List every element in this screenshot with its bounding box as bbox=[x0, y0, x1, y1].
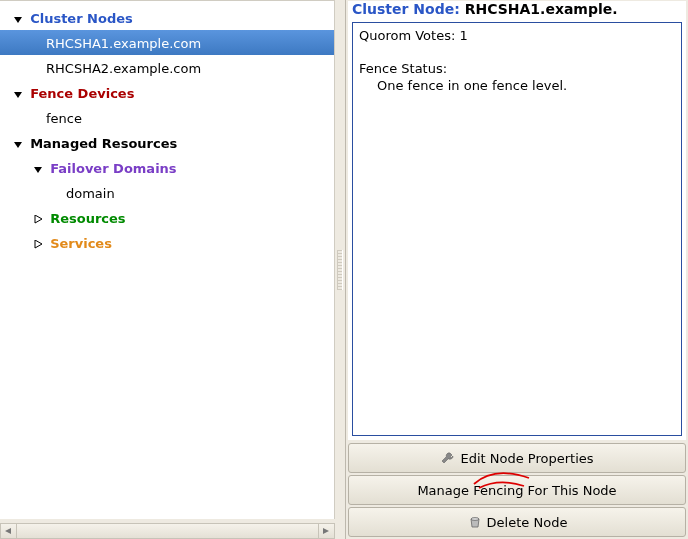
expand-icon[interactable] bbox=[10, 131, 26, 156]
scroll-track[interactable] bbox=[17, 524, 318, 538]
tree-failover-domains[interactable]: Failover Domains bbox=[0, 155, 334, 180]
detail-header-value: RHCSHA1.example. bbox=[465, 1, 618, 17]
detail-info-box: Quorom Votes: 1 Fence Status: One fence … bbox=[352, 22, 682, 436]
tree-label: Cluster Nodes bbox=[30, 11, 133, 26]
tree-item-label: fence bbox=[46, 111, 82, 126]
detail-header: Cluster Node: RHCSHA1.example. bbox=[348, 1, 686, 22]
cluster-tree: Cluster Nodes RHCSHA1.example.com RHCSHA… bbox=[0, 0, 335, 519]
tree-services[interactable]: Services bbox=[0, 230, 334, 255]
detail-header-label: Cluster Node: bbox=[352, 1, 465, 17]
horizontal-scrollbar[interactable] bbox=[0, 523, 335, 539]
tree-item-label: domain bbox=[66, 186, 115, 201]
quorum-votes: Quorom Votes: 1 bbox=[359, 27, 675, 44]
collapse-icon[interactable] bbox=[30, 231, 46, 256]
wrench-icon bbox=[440, 450, 456, 466]
expand-icon[interactable] bbox=[10, 6, 26, 31]
scroll-right-icon[interactable] bbox=[318, 524, 334, 538]
tree-resources[interactable]: Resources bbox=[0, 205, 334, 230]
expand-icon[interactable] bbox=[10, 81, 26, 106]
trash-icon bbox=[467, 514, 483, 530]
svg-point-8 bbox=[471, 518, 479, 521]
tree-label: Managed Resources bbox=[30, 136, 177, 151]
svg-marker-2 bbox=[14, 142, 22, 148]
tree-label: Resources bbox=[50, 211, 125, 226]
collapse-icon[interactable] bbox=[30, 206, 46, 231]
node-action-buttons: Edit Node Properties Manage Fencing For … bbox=[346, 440, 688, 539]
fence-status-value: One fence in one fence level. bbox=[359, 77, 675, 94]
svg-marker-7 bbox=[323, 528, 329, 534]
tree-label: Fence Devices bbox=[30, 86, 134, 101]
svg-marker-6 bbox=[5, 528, 11, 534]
tree-label: Services bbox=[50, 236, 112, 251]
tree-item-label: RHCSHA2.example.com bbox=[46, 61, 201, 76]
tree-item-label: RHCSHA1.example.com bbox=[46, 36, 201, 51]
tree-node-rhcsha1[interactable]: RHCSHA1.example.com bbox=[0, 30, 334, 55]
manage-fencing-button[interactable]: Manage Fencing For This Node bbox=[348, 475, 686, 505]
scroll-left-icon[interactable] bbox=[1, 524, 17, 538]
delete-node-button[interactable]: Delete Node bbox=[348, 507, 686, 537]
svg-marker-0 bbox=[14, 17, 22, 23]
expand-icon[interactable] bbox=[30, 156, 46, 181]
tree-fence-devices[interactable]: Fence Devices bbox=[0, 80, 334, 105]
tree-domain-item[interactable]: domain bbox=[0, 180, 334, 205]
edit-node-properties-button[interactable]: Edit Node Properties bbox=[348, 443, 686, 473]
svg-marker-5 bbox=[35, 240, 42, 248]
fence-status-label: Fence Status: bbox=[359, 60, 675, 77]
tree-fence-item[interactable]: fence bbox=[0, 105, 334, 130]
tree-node-rhcsha2[interactable]: RHCSHA2.example.com bbox=[0, 55, 334, 80]
button-label: Delete Node bbox=[487, 515, 568, 530]
tree-cluster-nodes[interactable]: Cluster Nodes bbox=[0, 5, 334, 30]
button-label: Edit Node Properties bbox=[460, 451, 593, 466]
svg-marker-1 bbox=[14, 92, 22, 98]
svg-marker-3 bbox=[34, 167, 42, 173]
button-label: Manage Fencing For This Node bbox=[417, 483, 616, 498]
node-detail-panel: Cluster Node: RHCSHA1.example. Quorom Vo… bbox=[348, 1, 686, 440]
tree-managed-resources[interactable]: Managed Resources bbox=[0, 130, 334, 155]
pane-splitter[interactable] bbox=[335, 0, 345, 539]
svg-marker-4 bbox=[35, 215, 42, 223]
tree-label: Failover Domains bbox=[50, 161, 176, 176]
splitter-grip-icon bbox=[337, 250, 343, 290]
